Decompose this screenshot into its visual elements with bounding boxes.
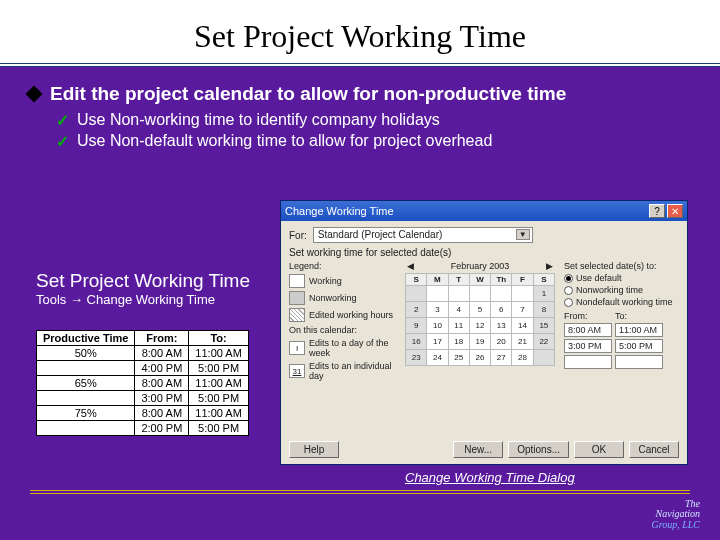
from-label: From:	[564, 311, 612, 321]
swatch-individual: 31	[289, 364, 305, 378]
next-month-icon[interactable]: ▶	[546, 261, 553, 271]
cancel-button[interactable]: Cancel	[629, 441, 679, 458]
th-from: From:	[135, 331, 189, 346]
options-button[interactable]: Options...	[508, 441, 569, 458]
radio-nonworking[interactable]	[564, 286, 573, 295]
th-to: To:	[189, 331, 248, 346]
help-icon[interactable]: ?	[649, 204, 665, 218]
swatch-nonworking	[289, 291, 305, 305]
table-row: 4:00 PM5:00 PM	[37, 361, 249, 376]
check-icon: ✓	[56, 132, 69, 151]
sub-bullet-2-text: Use Non-default working time to allow fo…	[77, 132, 492, 150]
close-icon[interactable]: ✕	[667, 204, 683, 218]
legend-box: Legend: Working Nonworking Edited workin…	[289, 261, 399, 384]
diamond-icon	[26, 86, 43, 103]
to-time-1[interactable]: 11:00 AM	[615, 323, 663, 337]
content-area: Edit the project calendar to allow for n…	[0, 67, 720, 151]
dialog-body: For: Standard (Project Calendar) Set wor…	[281, 221, 687, 390]
calendar-month-label: February 2003	[451, 261, 510, 271]
prev-month-icon[interactable]: ◀	[407, 261, 414, 271]
radio-nondefault[interactable]	[564, 298, 573, 307]
menu-path-a: Tools	[36, 292, 70, 307]
main-bullet: Edit the project calendar to allow for n…	[28, 83, 692, 105]
productive-time-table: Productive Time From: To: 50%8:00 AM11:0…	[36, 330, 249, 436]
th-productive: Productive Time	[37, 331, 135, 346]
table-row: 50%8:00 AM11:00 AM	[37, 346, 249, 361]
left-heading: Set Project Working Time	[36, 270, 250, 292]
sub-bullet-1-text: Use Non-working time to identify company…	[77, 111, 440, 129]
footer-divider	[30, 490, 690, 494]
set-working-label: Set working time for selected date(s)	[289, 247, 679, 258]
main-bullet-text: Edit the project calendar to allow for n…	[50, 83, 566, 105]
table-row: 2:00 PM5:00 PM	[37, 421, 249, 436]
ok-button[interactable]: OK	[574, 441, 624, 458]
sub-bullet-2: ✓ Use Non-default working time to allow …	[56, 132, 692, 151]
right-pane: Set selected date(s) to: Use default Non…	[564, 261, 679, 369]
to-label: To:	[615, 311, 663, 321]
slide-title: Set Project Working Time	[0, 18, 720, 55]
menu-path-b: Change Working Time	[83, 292, 215, 307]
sub-bullet-1: ✓ Use Non-working time to identify compa…	[56, 111, 692, 130]
calendar-grid[interactable]: SMTWThFS 1 2345678 9101112131415 1617181…	[405, 273, 555, 366]
left-heading-block: Set Project Working Time Tools → Change …	[36, 270, 250, 307]
swatch-working	[289, 274, 305, 288]
calendar-select[interactable]: Standard (Project Calendar)	[313, 227, 533, 243]
from-time-3[interactable]	[564, 355, 612, 369]
menu-path: Tools → Change Working Time	[36, 292, 250, 307]
set-dates-label: Set selected date(s) to:	[564, 261, 679, 271]
dialog-buttons: Help New... Options... OK Cancel	[289, 441, 679, 458]
dialog-titlebar[interactable]: Change Working Time ? ✕	[281, 201, 687, 221]
radio-default[interactable]	[564, 274, 573, 283]
to-time-2[interactable]: 5:00 PM	[615, 339, 663, 353]
table-row: 75%8:00 AM11:00 AM	[37, 406, 249, 421]
table-row: 3:00 PM5:00 PM	[37, 391, 249, 406]
dialog-title: Change Working Time	[285, 205, 394, 217]
change-working-time-dialog: Change Working Time ? ✕ For: Standard (P…	[280, 200, 688, 465]
swatch-edited	[289, 308, 305, 322]
table-row: 65%8:00 AM11:00 AM	[37, 376, 249, 391]
swatch-dayofweek: I	[289, 341, 305, 355]
on-calendar-label: On this calendar:	[289, 325, 399, 335]
new-button[interactable]: New...	[453, 441, 503, 458]
company-logo: The Navigation Group, LLC	[651, 499, 700, 531]
title-area: Set Project Working Time	[0, 0, 720, 67]
from-time-1[interactable]: 8:00 AM	[564, 323, 612, 337]
dialog-caption: Change Working Time Dialog	[405, 470, 575, 485]
calendar-box: ◀ February 2003 ▶ SMTWThFS 1 2345678 910…	[405, 261, 555, 366]
help-button[interactable]: Help	[289, 441, 339, 458]
check-icon: ✓	[56, 111, 69, 130]
to-time-3[interactable]	[615, 355, 663, 369]
for-label: For:	[289, 230, 307, 241]
legend-label: Legend:	[289, 261, 399, 271]
from-time-2[interactable]: 3:00 PM	[564, 339, 612, 353]
